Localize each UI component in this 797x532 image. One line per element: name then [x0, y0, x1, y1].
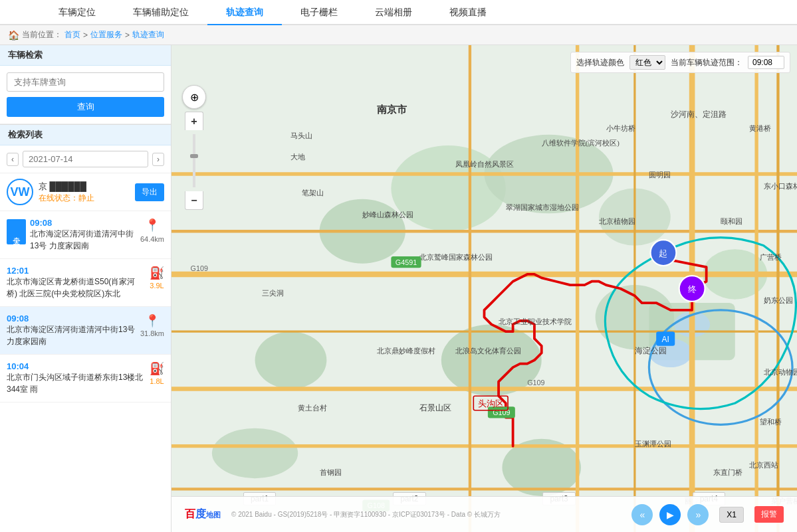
svg-text:妙峰山森林公园: 妙峰山森林公园: [362, 211, 413, 219]
svg-text:玉渊潭公园: 玉渊潭公园: [635, 440, 671, 448]
svg-text:东小口森林公园: 东小口森林公园: [764, 182, 797, 190]
location-icon-2: 📍: [145, 313, 160, 328]
playback-prev-btn[interactable]: «: [631, 504, 653, 525]
track-item-1[interactable]: 12:01 北京市海淀区青龙桥街道S50(肖家河桥) 北医三院(中央党校院区)东…: [0, 259, 171, 307]
track-address-1: 北京市海淀区青龙桥街道S50(肖家河桥) 北医三院(中央党校院区)东北: [7, 276, 146, 300]
search-input[interactable]: [7, 72, 164, 92]
fuel-icon-3: ⛽: [150, 361, 164, 376]
alarm-button[interactable]: 报警: [754, 506, 784, 523]
svg-text:奶东公园: 奶东公园: [764, 296, 793, 304]
svg-text:北京动物园: 北京动物园: [764, 368, 797, 376]
range-label: 当前车辆轨迹范围：: [671, 57, 742, 68]
svg-point-5: [441, 324, 542, 396]
zoom-out-btn[interactable]: −: [185, 191, 203, 210]
svg-text:沙河南、定沮路: 沙河南、定沮路: [671, 110, 727, 119]
fuel-icon-1: ⛽: [150, 266, 164, 280]
svg-text:北浪岛文化体育公园: 北浪岛文化体育公园: [455, 347, 521, 355]
time-range-input[interactable]: [748, 56, 784, 69]
map-svg: 起 终 G109 G109 石景山区 南京市 海淀公园 圆明园 北京植物园 颐和…: [171, 45, 797, 532]
speed-button[interactable]: X1: [719, 507, 744, 523]
nav-item-vehicle-location[interactable]: 车辆定位: [40, 1, 114, 25]
color-label: 选择轨迹颜色: [576, 57, 624, 68]
svg-text:颐和园: 颐和园: [721, 217, 742, 225]
home-icon: 🏠: [8, 30, 19, 41]
svg-text:G109: G109: [527, 379, 544, 387]
svg-text:北京鼎妙峰度假村: 北京鼎妙峰度假村: [377, 347, 435, 355]
breadcrumb-label: 当前位置：: [22, 29, 62, 41]
svg-text:终: 终: [688, 284, 697, 294]
search-button[interactable]: 查询: [7, 97, 164, 117]
svg-text:小牛坊桥: 小牛坊桥: [606, 124, 635, 132]
date-input[interactable]: [23, 151, 148, 167]
playback-play-btn[interactable]: ▶: [659, 504, 681, 525]
svg-text:凤凰岭自然风景区: 凤凰岭自然风景区: [455, 160, 514, 168]
track-item-3[interactable]: 10:04 北京市门头沟区域子街道桥东街13楼北344室 雨 ⛽ 1.8L: [0, 355, 171, 402]
vehicle-status: 在线状态：静止: [39, 193, 130, 204]
svg-text:石景山区: 石景山区: [419, 403, 451, 412]
svg-text:南京市: 南京市: [377, 104, 407, 115]
map-controls: ⊕ + −: [182, 85, 206, 210]
map-container: 选择轨迹颜色 红色 蓝色 绿色 当前车辆轨迹范围： ⊕ + −: [171, 45, 797, 532]
vehicle-plate: 京 ██████: [39, 181, 130, 193]
svg-text:AI: AI: [662, 335, 669, 344]
svg-text:北京鹫峰国家森林公园: 北京鹫峰国家森林公园: [419, 253, 493, 261]
svg-text:头沟区: 头沟区: [478, 399, 504, 408]
all-day-badge: 全天: [7, 219, 26, 244]
nav-item-track-query[interactable]: 轨迹查询: [207, 1, 282, 25]
svg-text:黄土台村: 黄土台村: [298, 404, 327, 412]
top-nav: 车辆定位 车辆辅助定位 轨迹查询 电子栅栏 云端相册 视频直播: [0, 0, 797, 25]
zoom-handle[interactable]: [190, 154, 198, 158]
svg-text:圆明园: 圆明园: [649, 171, 671, 179]
color-select[interactable]: 红色 蓝色 绿色: [629, 55, 665, 70]
nav-item-fence[interactable]: 电子栅栏: [282, 1, 356, 25]
svg-text:大地: 大地: [290, 153, 305, 161]
playback-bar: 百度地图 © 2021 Baidu - GS(2019)5218号 - 甲测资字…: [171, 496, 797, 532]
sidebar: 车辆检索 查询 检索列表 ‹ › VW 京 ██████ 在线状态：静止 导出: [0, 45, 171, 532]
svg-text:首钢园: 首钢园: [320, 468, 342, 476]
compass-btn[interactable]: ⊕: [182, 85, 206, 109]
track-fuel-3: 1.8L: [150, 377, 164, 385]
nav-item-live[interactable]: 视频直播: [431, 1, 505, 25]
svg-text:三尖洞: 三尖洞: [262, 289, 284, 297]
svg-text:广营桥: 广营桥: [760, 253, 782, 261]
svg-text:望和桥: 望和桥: [760, 418, 782, 426]
breadcrumb: 🏠 当前位置： 首页 > 位置服务 > 轨迹查询: [0, 25, 797, 45]
export-button[interactable]: 导出: [135, 183, 164, 201]
svg-point-1: [391, 145, 505, 231]
date-prev-button[interactable]: ‹: [7, 153, 19, 166]
svg-text:G4591: G4591: [396, 258, 417, 266]
date-next-button[interactable]: ›: [152, 153, 164, 166]
track-time-3: 10:04: [7, 361, 146, 371]
track-time-0: 09:08: [30, 218, 136, 228]
svg-text:北京植物园: 北京植物园: [599, 217, 635, 225]
zoom-in-btn[interactable]: +: [185, 112, 203, 130]
svg-point-7: [255, 331, 327, 389]
location-icon-0: 📍: [145, 218, 160, 232]
track-time-2: 09:08: [7, 313, 136, 323]
track-item-allday[interactable]: 全天 09:08 北市海淀区清河街道清河中街13号 力度家园南 📍 64.4km: [0, 211, 171, 259]
svg-text:东直门桥: 东直门桥: [713, 468, 742, 476]
svg-text:八维软件学院(滨河校区): 八维软件学院(滨河校区): [542, 139, 620, 147]
playback-next-btn[interactable]: »: [687, 504, 709, 525]
track-address-3: 北京市门头沟区域子街道桥东街13楼北344室 雨: [7, 371, 146, 395]
track-address-0: 北市海淀区清河街道清河中街13号 力度家园南: [30, 228, 136, 252]
svg-text:海淀公园: 海淀公园: [635, 346, 667, 355]
track-item-2[interactable]: 09:08 北京市海淀区清河街道清河中街13号 力度家园南 📍 31.8km: [0, 307, 171, 355]
vehicle-search-title: 车辆检索: [0, 45, 171, 66]
svg-text:翠湖国家城市湿地公园: 翠湖国家城市湿地公园: [506, 203, 579, 211]
baidu-copyright-text: © 2021 Baidu - GS(2019)5218号 - 甲测资字11009…: [231, 510, 621, 519]
svg-text:黄港桥: 黄港桥: [749, 124, 771, 132]
svg-text:笔架山: 笔架山: [302, 189, 324, 197]
breadcrumb-home[interactable]: 首页: [64, 29, 80, 41]
track-distance-2: 31.8km: [140, 329, 164, 337]
track-distance-0: 64.4km: [140, 235, 164, 243]
nav-item-vehicle-assist[interactable]: 车辆辅助定位: [114, 1, 207, 25]
nav-item-album[interactable]: 云端相册: [356, 1, 431, 25]
baidu-logo: 百度地图: [185, 507, 221, 521]
track-address-2: 北京市海淀区清河街道清河中街13号 力度家园南: [7, 323, 136, 347]
breadcrumb-location-service[interactable]: 位置服务: [90, 29, 122, 41]
svg-text:马头山: 马头山: [290, 132, 312, 139]
track-fuel-1: 3.9L: [150, 282, 164, 290]
svg-text:起: 起: [659, 248, 667, 258]
track-list: 全天 09:08 北市海淀区清河街道清河中街13号 力度家园南 📍 64.4km…: [0, 211, 171, 532]
